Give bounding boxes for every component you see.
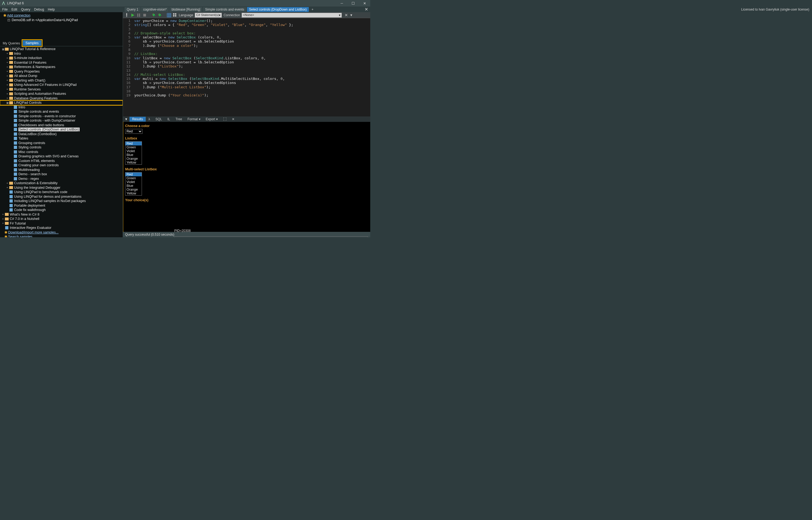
document-tab[interactable]: Query 1 [125, 7, 140, 12]
tree-folder[interactable]: +Query Properties [0, 69, 123, 74]
close-results-button[interactable]: ✕ [229, 117, 237, 122]
tree-item[interactable]: Grouping controls [0, 141, 123, 146]
expand-toggle[interactable]: + [7, 19, 10, 21]
connection-dropdown[interactable]: <None> ▾ [242, 13, 342, 18]
close-window-button[interactable]: ✕ [359, 0, 370, 6]
menu-help[interactable]: Help [48, 7, 55, 11]
tree-item[interactable]: Code fix walkthrough [0, 208, 123, 212]
tab-results[interactable]: Results [129, 117, 146, 122]
tree-item[interactable]: Creating your own controls [0, 163, 123, 167]
dropdown-chevron-icon[interactable]: ▼ [350, 13, 353, 17]
stop-button[interactable] [142, 13, 147, 17]
listbox-option[interactable]: Violet [125, 180, 142, 184]
listbox-option[interactable]: Green [125, 146, 142, 149]
tree-folder[interactable]: +Charting with Chart() [0, 78, 123, 83]
tree-folder[interactable]: +Using Advanced C# Features in LINQPad [0, 83, 123, 87]
tree-item[interactable]: Demo - regex [0, 177, 123, 181]
tab-lambda[interactable]: λ [146, 117, 153, 122]
samples-tree[interactable]: ▣LINQPad Tutorial & Reference+Intro+5-mi… [0, 46, 123, 237]
document-tab[interactable]: Simple controls and events [203, 7, 246, 12]
listbox-option[interactable]: Blue [125, 184, 142, 188]
tree-item[interactable]: Select controls (DropDown and ListBox) [0, 127, 123, 132]
menu-edit[interactable]: Edit [11, 7, 17, 11]
tree-folder[interactable]: +References & Namespaces [0, 65, 123, 69]
grid-icon[interactable] [167, 13, 171, 17]
tree-item[interactable]: Using LINQPad to benchmark code [0, 190, 123, 194]
tree-item[interactable]: Portable deployment [0, 203, 123, 208]
code-editor[interactable]: 12345678910111213141516171819 var yourCh… [123, 18, 370, 116]
tree-folder-linqpad-controls[interactable]: ▣LINQPad Controls [0, 101, 123, 105]
pause-button[interactable] [136, 13, 141, 17]
tab-tree[interactable]: Tree [173, 117, 185, 122]
tree-item[interactable]: Demo - search box [0, 172, 123, 177]
tree-item[interactable]: Simple controls and events [0, 109, 123, 114]
maximize-button[interactable]: ☐ [347, 0, 359, 6]
tree-folder[interactable]: +C# 7.0 in a Nutshell [0, 217, 123, 221]
expand-icon[interactable]: ⛶ [220, 117, 229, 122]
color-listbox[interactable]: RedGreenVioletBlueOrangeYellow [125, 141, 142, 165]
tree-item[interactable]: Tables [0, 136, 123, 141]
minimize-button[interactable]: ─ [336, 0, 347, 6]
listbox-option[interactable]: Orange [125, 188, 142, 191]
tree-folder[interactable]: +All about Dump [0, 74, 123, 78]
tree-item[interactable]: Including LINQPad samples in NuGet packa… [0, 199, 123, 203]
tree-item[interactable]: ✱Search samples... [0, 235, 123, 237]
tree-folder[interactable]: +Customization & Extensibility [0, 181, 123, 185]
connection-item[interactable]: DemoDB.sdf in <ApplicationData>\LINQPad [11, 18, 78, 22]
tree-item[interactable]: Custom HTML elements [0, 159, 123, 163]
tree-item[interactable]: Multithreading [0, 167, 123, 172]
listbox-option[interactable]: Yellow [125, 191, 142, 195]
tree-item[interactable]: Checkboxes and radio buttons [0, 123, 123, 128]
new-tab-button[interactable]: + [309, 7, 316, 12]
tree-item[interactable]: Interactive Regex Evaluator [0, 226, 123, 230]
status-optimize[interactable]: /o- [174, 236, 368, 237]
bug-step-icon[interactable]: 🪲 [158, 13, 162, 17]
bug-icon[interactable]: 🪲 [152, 13, 156, 17]
tab-il[interactable]: IL [165, 117, 173, 122]
listbox-option[interactable]: Red [125, 141, 142, 146]
add-connection-link[interactable]: Add connection [7, 14, 30, 17]
warning-icon[interactable]: ❕ [125, 13, 129, 17]
tree-item[interactable]: Simple controls - with DumpContainer [0, 119, 123, 123]
collapse-icon[interactable]: ▼ [123, 117, 129, 121]
listbox-option[interactable]: Violet [125, 149, 142, 153]
tree-folder[interactable]: +Intro [0, 51, 123, 56]
tab-sql[interactable]: SQL [153, 117, 165, 122]
tree-folder[interactable]: +Database Querying Features [0, 96, 123, 101]
tree-item[interactable]: Using LINQPad for demos and presentation… [0, 194, 123, 199]
tree-item[interactable]: ✱Download/import more samples... [0, 230, 123, 235]
tree-folder[interactable]: +Using the Integrated Debugger [0, 185, 123, 190]
document-tab[interactable]: bloblease [Running] [169, 7, 202, 12]
listbox-option[interactable]: Yellow [125, 161, 142, 164]
tree-folder[interactable]: +Runtime Services [0, 87, 123, 92]
tree-item[interactable]: Styling controls [0, 145, 123, 150]
tab-my-queries[interactable]: My Queries [0, 41, 23, 46]
menu-query[interactable]: Query [21, 7, 30, 11]
listbox-option[interactable]: Blue [125, 153, 142, 157]
tree-item[interactable]: Simple controls - events in constructor [0, 114, 123, 119]
document-tab[interactable]: Select controls (DropDown and ListBox) [247, 7, 309, 12]
export-menu[interactable]: Export ▾ [203, 117, 220, 122]
tree-folder[interactable]: +What's New in C# 8 [0, 212, 123, 217]
run-button[interactable] [131, 13, 135, 17]
menu-debug[interactable]: Debug [34, 7, 44, 11]
tab-samples[interactable]: Samples [23, 41, 42, 46]
tree-item[interactable]: Misc controls [0, 150, 123, 154]
tree-folder[interactable]: +5-minute induction [0, 56, 123, 60]
listbox-option[interactable]: Orange [125, 157, 142, 161]
document-tab[interactable]: cognitive-vision* [141, 7, 169, 12]
listbox-option[interactable]: Green [125, 176, 142, 180]
clear-connection-button[interactable]: ✕ [344, 13, 348, 18]
tree-folder[interactable]: +Essential UI Features [0, 60, 123, 65]
tree-folder[interactable]: +F# Tutorial [0, 221, 123, 226]
color-dropdown[interactable]: RedGreenVioletBlueOrangeYellow [125, 129, 142, 133]
language-dropdown[interactable]: C# Statement(s) ▾ [195, 13, 222, 18]
format-menu[interactable]: Format ▾ [185, 117, 203, 122]
tree-folder[interactable]: +Scripting and Automation Features [0, 92, 123, 96]
tree-item[interactable]: Drawing graphics with SVG and Canvas [0, 154, 123, 159]
grid-small-icon[interactable] [173, 13, 177, 17]
menu-file[interactable]: File [2, 7, 7, 11]
tree-item[interactable]: Intro [0, 105, 123, 110]
tree-root[interactable]: ▣LINQPad Tutorial & Reference [0, 47, 123, 51]
listbox-option[interactable]: Red [125, 173, 142, 176]
